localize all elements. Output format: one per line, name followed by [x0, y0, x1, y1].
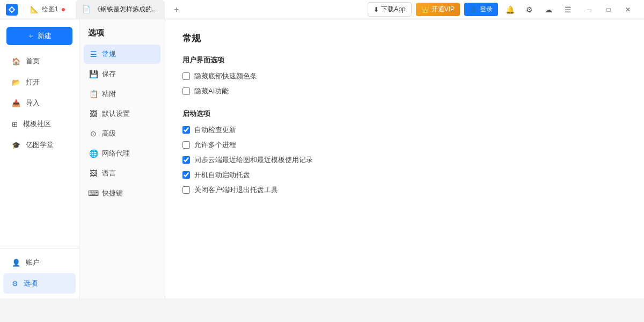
vip-icon: 👑: [421, 6, 429, 13]
option-nav-defaults[interactable]: 🖼 默认设置: [84, 104, 160, 123]
account-label: 账户: [26, 258, 40, 267]
content-title: 常规: [182, 32, 627, 45]
tab-drawing1[interactable]: 📐 绘图1: [24, 0, 71, 19]
sidebar-bottom: 👤 账户 ⚙ 选项: [0, 248, 79, 294]
auto-update-item[interactable]: 自动检查更新: [182, 125, 627, 135]
multi-process-label: 允许多个进程: [194, 140, 236, 150]
templates-icon: ⊞: [12, 120, 18, 128]
advanced-label: 高级: [102, 129, 116, 138]
new-button[interactable]: ＋ + 新建 新建: [6, 27, 72, 45]
tab-document[interactable]: 📄 《钢铁是怎样炼成的…: [76, 0, 165, 19]
option-nav-advanced[interactable]: ⊙ 高级: [84, 124, 160, 143]
title-bar-right: ⬇ 下载App 👑 开通VIP 👤 登录 🔔 ⚙ ☁ ☰ ─ □ ✕: [361, 0, 644, 19]
maximize-button[interactable]: □: [599, 0, 618, 19]
option-nav-save[interactable]: 💾 保存: [84, 64, 160, 84]
shortcuts-label: 快捷键: [102, 188, 123, 198]
close-tray-label: 关闭客户端时退出托盘工具: [194, 185, 278, 195]
main-layout: ＋ + 新建 新建 🏠 首页 📂 打开 📥 导入 ⊞ 模板社区 🎓: [0, 19, 644, 298]
hide-bottom-bar-checkbox[interactable]: [182, 72, 190, 80]
general-label: 常规: [102, 49, 116, 59]
multi-process-item[interactable]: 允许多个进程: [182, 140, 627, 150]
nav-items: 🏠 首页 📂 打开 📥 导入 ⊞ 模板社区 🎓 亿图学堂: [0, 50, 79, 248]
templates-label: 模板社区: [23, 119, 51, 129]
options-nav-title: 选项: [84, 28, 160, 38]
import-label: 导入: [26, 98, 40, 108]
general-icon: ☰: [89, 50, 98, 58]
save-icon: 💾: [89, 70, 98, 78]
tab1-unsaved-dot: [62, 8, 65, 11]
minimize-button[interactable]: ─: [580, 0, 599, 19]
startup-options-section: 启动选项 自动检查更新 允许多个进程 同步云端最近绘图和最近模板使用记录 开机自…: [182, 109, 627, 195]
save-label: 保存: [102, 69, 116, 79]
option-nav-general[interactable]: ☰ 常规: [84, 45, 160, 64]
sidebar-item-account[interactable]: 👤 账户: [3, 252, 76, 273]
academy-icon: 🎓: [12, 141, 20, 149]
share-button[interactable]: ☁: [541, 2, 556, 17]
hide-bottom-bar-label: 隐藏底部快速颜色条: [194, 71, 257, 81]
startup-section-title: 启动选项: [182, 109, 627, 119]
settings-icon: ⚙: [12, 280, 18, 288]
startup-tray-label: 开机自动启动托盘: [194, 170, 250, 180]
sidebar: ＋ + 新建 新建 🏠 首页 📂 打开 📥 导入 ⊞ 模板社区 🎓: [0, 19, 79, 298]
options-nav: 选项 ☰ 常规 💾 保存 📋 粘附 🖼 默认设置 ⊙ 高级 🌐 网络代理 🖼 语…: [79, 19, 165, 298]
tab1-label: 绘图1: [42, 5, 58, 14]
hide-ai-item[interactable]: 隐藏AI功能: [182, 86, 627, 96]
new-icon: ＋: [27, 31, 34, 41]
title-bar-left: 📐 绘图1 📄 《钢铁是怎样炼成的… +: [0, 0, 361, 19]
sidebar-item-templates[interactable]: ⊞ 模板社区: [3, 114, 76, 134]
option-nav-shortcuts[interactable]: ⌨ 快捷键: [84, 184, 160, 203]
sidebar-item-settings[interactable]: ⚙ 选项: [3, 273, 76, 294]
defaults-label: 默认设置: [102, 109, 130, 119]
sync-cloud-item[interactable]: 同步云端最近绘图和最近模板使用记录: [182, 155, 627, 165]
sidebar-item-open[interactable]: 📂 打开: [3, 72, 76, 92]
content-area: 常规 用户界面选项 隐藏底部快速颜色条 隐藏AI功能 启动选项 自动检查更新 允…: [165, 19, 644, 298]
auto-update-checkbox[interactable]: [182, 126, 190, 134]
close-button[interactable]: ✕: [618, 0, 638, 19]
settings-label: 选项: [24, 279, 38, 288]
tab2-label: 《钢铁是怎样炼成的…: [94, 5, 158, 14]
tab2-icon: 📄: [82, 5, 91, 13]
option-nav-proxy[interactable]: 🌐 网络代理: [84, 144, 160, 163]
import-icon: 📥: [12, 99, 20, 107]
sync-cloud-label: 同步云端最近绘图和最近模板使用记录: [194, 155, 313, 165]
hide-bottom-bar-item[interactable]: 隐藏底部快速颜色条: [182, 71, 627, 81]
multi-process-checkbox[interactable]: [182, 141, 190, 149]
language-icon: 🖼: [89, 169, 98, 178]
proxy-icon: 🌐: [89, 149, 98, 158]
sidebar-item-academy[interactable]: 🎓 亿图学堂: [3, 135, 76, 155]
shortcuts-icon: ⌨: [89, 189, 98, 197]
app-logo: [4, 2, 19, 17]
open-icon: 📂: [12, 78, 20, 86]
notification-button[interactable]: 🔔: [502, 2, 517, 17]
proxy-label: 网络代理: [102, 149, 130, 158]
add-tab-button[interactable]: +: [169, 2, 184, 17]
close-tray-checkbox[interactable]: [182, 186, 190, 194]
option-nav-paste[interactable]: 📋 粘附: [84, 84, 160, 104]
download-app-button[interactable]: ⬇ 下载App: [368, 2, 411, 17]
window-controls: ─ □ ✕: [580, 0, 638, 19]
academy-label: 亿图学堂: [26, 140, 54, 150]
startup-tray-item[interactable]: 开机自动启动托盘: [182, 170, 627, 180]
svg-point-1: [10, 8, 13, 11]
option-nav-language[interactable]: 🖼 语言: [84, 164, 160, 183]
paste-icon: 📋: [89, 90, 98, 98]
vip-button[interactable]: 👑 开通VIP: [416, 3, 460, 16]
auto-update-label: 自动检查更新: [194, 125, 236, 135]
sync-cloud-checkbox[interactable]: [182, 156, 190, 164]
ui-section-title: 用户界面选项: [182, 55, 627, 65]
hide-ai-label: 隐藏AI功能: [194, 86, 229, 96]
download-icon: ⬇: [374, 6, 379, 13]
more-button[interactable]: ☰: [560, 2, 575, 17]
user-icon: 👤: [470, 6, 478, 13]
login-button[interactable]: 👤 登录: [464, 3, 498, 16]
sidebar-item-import[interactable]: 📥 导入: [3, 93, 76, 113]
settings-icon-button[interactable]: ⚙: [522, 2, 537, 17]
sidebar-item-home[interactable]: 🏠 首页: [3, 51, 76, 71]
close-tray-item[interactable]: 关闭客户端时退出托盘工具: [182, 185, 627, 195]
tab1-icon: 📐: [30, 5, 39, 13]
hide-ai-checkbox[interactable]: [182, 87, 190, 95]
open-label: 打开: [26, 77, 40, 87]
defaults-icon: 🖼: [89, 109, 98, 118]
title-bar: 📐 绘图1 📄 《钢铁是怎样炼成的… + ⬇ 下载App 👑 开通VIP 👤 登…: [0, 0, 644, 19]
startup-tray-checkbox[interactable]: [182, 171, 190, 179]
